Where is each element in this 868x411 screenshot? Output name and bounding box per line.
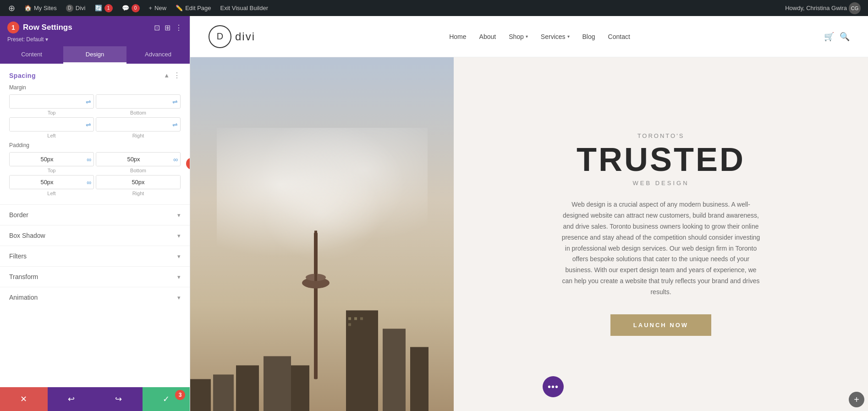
divi-icon: D xyxy=(66,5,73,12)
margin-top-group: ⇌ Top xyxy=(9,94,94,115)
margin-bottom-group: ⇌ Bottom xyxy=(96,94,181,115)
save-button[interactable]: ✓ 3 xyxy=(143,387,190,411)
padding-inputs: ∞ Top ∞ Bottom xyxy=(9,152,181,196)
svg-rect-13 xyxy=(354,317,357,320)
padding-right-input-wrap xyxy=(96,175,181,189)
fullscreen-icon[interactable]: ⊡ xyxy=(154,23,160,32)
hero-image xyxy=(190,57,454,411)
edit-page-item[interactable]: ✏️ Edit Page xyxy=(171,0,215,16)
city-skyline xyxy=(190,164,454,411)
panel-body: Spacing ▲ ⋮ Margin ⇌ Top xyxy=(0,64,190,387)
spacing-chevron-up[interactable]: ▲ xyxy=(164,72,170,79)
cancel-button[interactable]: ✕ xyxy=(0,387,48,411)
svg-rect-7 xyxy=(264,356,291,411)
shop-arrow: ▾ xyxy=(526,34,528,39)
svg-rect-6 xyxy=(410,347,429,411)
tab-content[interactable]: Content xyxy=(0,46,63,64)
undo-button[interactable]: ↩ xyxy=(48,387,95,411)
cart-icon[interactable]: 🛒 xyxy=(824,32,834,42)
redo-icon: ↪ xyxy=(115,394,122,404)
margin-right-input[interactable] xyxy=(96,118,170,131)
wp-icon: ⊕ xyxy=(8,3,15,13)
transform-title: Transform xyxy=(9,273,38,280)
nav-shop[interactable]: Shop ▾ xyxy=(509,33,528,40)
margin-top-link-icon[interactable]: ⇌ xyxy=(83,98,93,105)
padding-top-label: Top xyxy=(48,168,56,173)
my-sites-item[interactable]: 🏠 My Sites xyxy=(20,0,61,16)
search-icon[interactable]: 🔍 xyxy=(840,32,850,42)
padding-right-input[interactable] xyxy=(96,175,180,189)
spacing-section-header[interactable]: Spacing ▲ ⋮ xyxy=(0,64,190,84)
nav-icons: 🛒 🔍 xyxy=(824,32,850,42)
nav-home[interactable]: Home xyxy=(449,33,466,40)
step-badge-2: 2 xyxy=(186,158,190,170)
dots-icon: ••• xyxy=(548,382,559,392)
border-section[interactable]: Border ▾ xyxy=(0,204,190,225)
right-panel: D divi Home About Shop ▾ Services ▾ xyxy=(190,16,868,411)
spacing-menu-icon[interactable]: ⋮ xyxy=(173,71,181,80)
edit-icon: ✏️ xyxy=(176,5,183,11)
margin-top-input[interactable] xyxy=(10,95,83,108)
filters-section[interactable]: Filters ▾ xyxy=(0,246,190,266)
divi-label: Divi xyxy=(76,5,86,11)
divi-item[interactable]: D Divi xyxy=(61,0,90,16)
padding-left-link-icon[interactable]: ∞ xyxy=(84,179,93,186)
spacing-title: Spacing xyxy=(9,72,36,79)
margin-left-link-icon[interactable]: ⇌ xyxy=(83,121,93,128)
floating-plus-button[interactable]: + xyxy=(849,392,864,407)
margin-top-input-wrap: ⇌ xyxy=(9,94,94,109)
services-arrow: ▾ xyxy=(567,34,570,39)
nav-blog[interactable]: Blog xyxy=(582,33,595,40)
transform-section[interactable]: Transform ▾ xyxy=(0,266,190,287)
redo-button[interactable]: ↪ xyxy=(95,387,143,411)
main-layout: 1 Row Settings ⊡ ⊞ ⋮ Preset: Default ▾ C… xyxy=(0,16,868,411)
panel-preset[interactable]: Preset: Default ▾ xyxy=(7,36,182,46)
margin-bottom-input[interactable] xyxy=(96,95,170,108)
undo-icon: ↩ xyxy=(68,394,75,404)
margin-right-link-icon[interactable]: ⇌ xyxy=(170,121,180,128)
padding-right-label: Right xyxy=(132,191,144,196)
box-shadow-chevron: ▾ xyxy=(177,232,181,239)
new-item[interactable]: + New xyxy=(144,0,171,16)
tab-advanced[interactable]: Advanced xyxy=(126,46,190,64)
exit-visual-builder-item[interactable]: Exit Visual Builder xyxy=(216,0,273,16)
more-icon[interactable]: ⋮ xyxy=(175,23,182,32)
panel-header: 1 Row Settings ⊡ ⊞ ⋮ Preset: Default ▾ xyxy=(0,16,190,46)
box-shadow-section[interactable]: Box Shadow ▾ xyxy=(0,225,190,246)
comments-count-item[interactable]: 🔄 1 xyxy=(90,0,117,16)
avatar[interactable]: CG xyxy=(849,2,861,14)
svg-rect-5 xyxy=(383,329,406,411)
panel-tabs: Content Design Advanced xyxy=(0,46,190,64)
padding-bottom-link-icon[interactable]: ∞ xyxy=(171,156,180,163)
filters-chevron: ▾ xyxy=(177,253,181,260)
margin-right-label: Right xyxy=(132,133,144,138)
exit-label: Exit Visual Builder xyxy=(220,5,269,11)
padding-top-link-icon[interactable]: ∞ xyxy=(84,156,93,163)
launch-now-button[interactable]: LAUNCH NOW xyxy=(610,314,711,336)
columns-icon[interactable]: ⊞ xyxy=(165,23,170,32)
wp-icon-item[interactable]: ⊕ xyxy=(4,0,20,16)
box-shadow-title: Box Shadow xyxy=(9,232,45,239)
margin-left-group: ⇌ Left xyxy=(9,117,94,138)
margin-bottom-link-icon[interactable]: ⇌ xyxy=(170,98,180,105)
margin-left-input[interactable] xyxy=(10,118,83,131)
comment-count: 0 xyxy=(132,4,140,12)
nav-services[interactable]: Services ▾ xyxy=(541,33,570,40)
padding-bottom-label: Bottom xyxy=(130,168,146,173)
home-icon: 🏠 xyxy=(24,5,32,11)
padding-left-input[interactable] xyxy=(10,175,84,189)
padding-bottom-input[interactable] xyxy=(96,153,171,166)
padding-top-input-wrap: ∞ xyxy=(9,152,94,166)
tab-design[interactable]: Design xyxy=(63,46,126,64)
logo-text: divi xyxy=(235,30,255,43)
animation-section[interactable]: Animation ▾ xyxy=(0,287,190,307)
nav-about[interactable]: About xyxy=(479,33,496,40)
animation-title: Animation xyxy=(9,294,38,301)
nav-contact[interactable]: Contact xyxy=(608,33,630,40)
floating-dots-button[interactable]: ••• xyxy=(543,376,564,397)
comments-item[interactable]: 💬 0 xyxy=(117,0,144,16)
padding-top-input[interactable] xyxy=(10,153,84,166)
padding-top-group: ∞ Top xyxy=(9,152,94,173)
margin-right-group: ⇌ Right xyxy=(96,117,181,138)
logo-letter: D xyxy=(217,31,223,42)
